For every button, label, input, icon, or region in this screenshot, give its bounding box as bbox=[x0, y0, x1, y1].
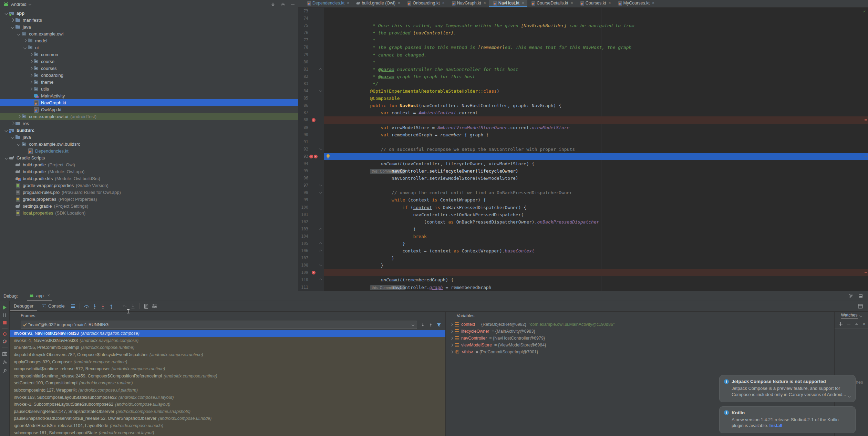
add-watch-button[interactable] bbox=[839, 322, 843, 326]
code-line[interactable]: 82 @OptIn(ExperimentalRestorableStateHol… bbox=[298, 73, 868, 80]
editor-tab[interactable]: build.gradle (Owl) × bbox=[352, 0, 403, 7]
tree-arrow-icon[interactable] bbox=[28, 60, 33, 63]
editor-tab[interactable]: Dependencies.kt × bbox=[303, 0, 352, 7]
breakpoint-icon[interactable] bbox=[309, 255, 319, 262]
breakpoint-icon[interactable] bbox=[309, 8, 319, 15]
breakpoint-icon[interactable] bbox=[309, 37, 319, 44]
screenshot-button[interactable] bbox=[2, 351, 7, 356]
tree-item[interactable]: local.properties (SDK Location) bbox=[0, 209, 298, 216]
close-icon[interactable]: × bbox=[608, 1, 611, 6]
resume-button[interactable] bbox=[3, 305, 7, 310]
evaluate-expression-icon[interactable] bbox=[142, 302, 151, 310]
close-icon[interactable]: × bbox=[398, 1, 400, 6]
code-line[interactable]: 108 onCommit(rememberedGraph) { this: Co… bbox=[298, 262, 868, 269]
tree-arrow-icon[interactable] bbox=[10, 136, 15, 138]
tree-item[interactable]: res bbox=[0, 120, 298, 127]
code-line[interactable]: 104 context = (context as ContextWrapper… bbox=[298, 233, 868, 240]
code-line[interactable]: 90 // on successful recompose we setup t… bbox=[298, 131, 868, 138]
gutter[interactable]: 110 bbox=[298, 276, 324, 283]
step-out-button[interactable] bbox=[107, 302, 115, 310]
tree-arrow-icon[interactable] bbox=[16, 143, 21, 145]
code-line[interactable]: 88 val rememberedGraph = remember { grap… bbox=[298, 116, 868, 124]
code-line[interactable]: 73 * Once this is called, any Composable… bbox=[298, 8, 868, 15]
tab-console[interactable]: Console bbox=[38, 301, 68, 311]
fold-marker-icon[interactable] bbox=[319, 102, 323, 109]
tree-arrow-icon[interactable] bbox=[10, 211, 15, 214]
breakpoint-icon[interactable] bbox=[309, 138, 319, 146]
notification-compose[interactable]: i Jetpack Compose feature is not support… bbox=[719, 375, 856, 402]
tree-item[interactable]: course bbox=[0, 58, 298, 65]
gutter[interactable]: 94 bbox=[298, 160, 324, 167]
gutter[interactable]: 104 bbox=[298, 233, 324, 240]
code-line[interactable]: 83 @Composable bbox=[298, 80, 868, 87]
breakpoint-icon[interactable] bbox=[309, 189, 319, 196]
gutter[interactable]: 103 bbox=[298, 226, 324, 233]
gutter[interactable]: 85 bbox=[298, 95, 324, 102]
breakpoint-icon[interactable] bbox=[309, 29, 319, 37]
fold-marker-icon[interactable] bbox=[319, 175, 323, 182]
tree-arrow-icon[interactable] bbox=[10, 198, 15, 200]
breakpoint-icon[interactable] bbox=[309, 59, 319, 66]
fold-marker-icon[interactable] bbox=[319, 226, 323, 233]
code-line[interactable]: 78 * bbox=[298, 44, 868, 51]
variable-row[interactable]: lifecycleOwner = {MainActivity@6983} bbox=[446, 328, 834, 335]
tree-arrow-icon[interactable] bbox=[10, 170, 15, 173]
frame-row[interactable]: ignoreModelReads$ui_release:1104, Layout… bbox=[10, 422, 445, 429]
gutter[interactable]: 93 bbox=[298, 153, 324, 160]
tree-arrow-icon[interactable] bbox=[28, 67, 33, 70]
scrollbar-exec-mark[interactable] bbox=[865, 156, 867, 157]
inspections-ok-icon[interactable]: ✓ bbox=[863, 9, 866, 14]
editor-tab[interactable]: NavGraph.kt × bbox=[448, 0, 489, 7]
breakpoint-icon[interactable] bbox=[309, 160, 319, 167]
fold-marker-icon[interactable] bbox=[319, 66, 323, 73]
tree-arrow-icon[interactable] bbox=[16, 32, 21, 35]
code-line[interactable]: 89 bbox=[298, 124, 868, 131]
breakpoint-icon[interactable] bbox=[309, 22, 319, 29]
move-watch-up-button[interactable] bbox=[855, 323, 858, 325]
code-line[interactable]: 93 navController.setLifecycleOwner(lifec… bbox=[298, 153, 868, 160]
breakpoint-icon[interactable] bbox=[309, 102, 319, 109]
gutter[interactable]: 76 bbox=[298, 29, 324, 37]
gutter[interactable]: 74 bbox=[298, 15, 324, 22]
tree-item[interactable]: proguard-rules.pro (ProGuard Rules for O… bbox=[0, 189, 298, 196]
chevron-right-icon[interactable] bbox=[450, 330, 453, 333]
breakpoint-icon[interactable] bbox=[309, 44, 319, 51]
breakpoint-icon[interactable] bbox=[309, 196, 319, 204]
fold-marker-icon[interactable] bbox=[319, 29, 323, 37]
breakpoint-icon[interactable] bbox=[309, 233, 319, 240]
gutter[interactable]: 82 bbox=[298, 73, 324, 80]
breakpoint-icon[interactable] bbox=[309, 131, 319, 138]
gutter[interactable]: 106 bbox=[298, 247, 324, 255]
code-line[interactable]: 81 */ bbox=[298, 66, 868, 73]
tree-arrow-icon[interactable] bbox=[28, 101, 33, 104]
code-line[interactable]: 96 // unwrap the context until we find a… bbox=[298, 175, 868, 182]
fold-marker-icon[interactable] bbox=[319, 131, 323, 138]
tree-arrow-icon[interactable] bbox=[3, 129, 9, 132]
fold-marker-icon[interactable] bbox=[319, 8, 323, 15]
code-line[interactable]: 95 bbox=[298, 167, 868, 175]
filter-frames-icon[interactable] bbox=[436, 323, 441, 327]
tree-item[interactable]: build.gradle (Project: Owl) bbox=[0, 161, 298, 168]
editor-tab[interactable]: Onboarding.kt × bbox=[403, 0, 448, 7]
fold-marker-icon[interactable] bbox=[319, 80, 323, 87]
tree-item[interactable]: NavGraph.kt bbox=[0, 99, 298, 106]
gear-icon[interactable] bbox=[281, 2, 285, 7]
tree-item[interactable]: java bbox=[0, 134, 298, 141]
fold-marker-icon[interactable] bbox=[319, 167, 323, 175]
close-icon[interactable]: × bbox=[48, 293, 50, 298]
fold-marker-icon[interactable] bbox=[319, 276, 323, 283]
tree-arrow-icon[interactable] bbox=[10, 25, 15, 28]
remove-watch-button[interactable] bbox=[847, 324, 850, 324]
breakpoint-icon[interactable] bbox=[309, 80, 319, 87]
gutter[interactable]: 92 bbox=[298, 146, 324, 153]
close-icon[interactable]: × bbox=[347, 1, 349, 6]
gutter[interactable]: 99 bbox=[298, 196, 324, 204]
fold-marker-icon[interactable] bbox=[319, 284, 323, 291]
fold-marker-icon[interactable] bbox=[319, 87, 323, 95]
editor-tab[interactable]: NavHost.kt × bbox=[489, 0, 527, 7]
frame-row[interactable]: subcomposeInto:127, WrapperKt (androidx.… bbox=[10, 387, 445, 394]
code-line[interactable]: 74 * the provided [navController]. bbox=[298, 15, 868, 22]
intention-bulb-icon[interactable] bbox=[326, 154, 330, 159]
fold-marker-icon[interactable] bbox=[319, 196, 323, 204]
layout-settings-icon[interactable] bbox=[856, 302, 865, 310]
